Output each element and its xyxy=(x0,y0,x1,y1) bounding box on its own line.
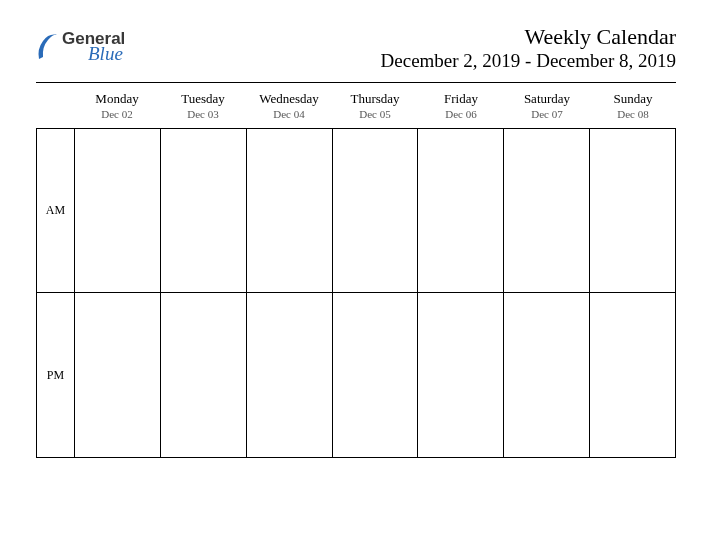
cells-grid xyxy=(74,128,676,458)
day-name: Saturday xyxy=(504,91,590,107)
day-name: Friday xyxy=(418,91,504,107)
pm-row xyxy=(74,293,676,458)
day-headers-row: Monday Dec 02 Tuesday Dec 03 Wednesday D… xyxy=(36,83,676,128)
cell-am-tue xyxy=(160,128,246,293)
calendar-grid: AM PM xyxy=(36,128,676,458)
day-head-tue: Tuesday Dec 03 xyxy=(160,91,246,120)
day-head-sun: Sunday Dec 08 xyxy=(590,91,676,120)
cell-am-thu xyxy=(332,128,418,293)
day-head-thu: Thursday Dec 05 xyxy=(332,91,418,120)
brand-logo: General Blue xyxy=(36,24,125,63)
day-name: Tuesday xyxy=(160,91,246,107)
header-row: General Blue Weekly Calendar December 2,… xyxy=(36,24,676,72)
day-date: Dec 02 xyxy=(74,108,160,120)
cell-am-fri xyxy=(417,128,503,293)
calendar: Monday Dec 02 Tuesday Dec 03 Wednesday D… xyxy=(36,83,676,458)
day-name: Sunday xyxy=(590,91,676,107)
day-date: Dec 07 xyxy=(504,108,590,120)
cell-pm-tue xyxy=(160,293,246,458)
day-date: Dec 03 xyxy=(160,108,246,120)
page-title: Weekly Calendar xyxy=(381,24,676,50)
day-name: Wednesday xyxy=(246,91,332,107)
cell-pm-thu xyxy=(332,293,418,458)
period-labels: AM PM xyxy=(36,128,74,458)
day-name: Thursday xyxy=(332,91,418,107)
brand-word-blue: Blue xyxy=(88,44,125,63)
header-spacer xyxy=(36,91,74,120)
day-name: Monday xyxy=(74,91,160,107)
cell-pm-wed xyxy=(246,293,332,458)
day-date: Dec 05 xyxy=(332,108,418,120)
am-row xyxy=(74,128,676,293)
day-head-sat: Saturday Dec 07 xyxy=(504,91,590,120)
period-label-am: AM xyxy=(36,128,74,293)
title-block: Weekly Calendar December 2, 2019 - Decem… xyxy=(381,24,676,72)
day-date: Dec 08 xyxy=(590,108,676,120)
cell-am-sun xyxy=(589,128,676,293)
cell-am-mon xyxy=(74,128,160,293)
day-date: Dec 06 xyxy=(418,108,504,120)
date-range: December 2, 2019 - December 8, 2019 xyxy=(381,50,676,72)
cell-am-sat xyxy=(503,128,589,293)
cell-pm-sat xyxy=(503,293,589,458)
day-head-wed: Wednesday Dec 04 xyxy=(246,91,332,120)
day-head-mon: Monday Dec 02 xyxy=(74,91,160,120)
brand-text: General Blue xyxy=(62,30,125,63)
day-date: Dec 04 xyxy=(246,108,332,120)
cell-pm-sun xyxy=(589,293,676,458)
cell-am-wed xyxy=(246,128,332,293)
period-label-pm: PM xyxy=(36,293,74,458)
brand-swoosh-icon xyxy=(36,31,58,63)
cell-pm-mon xyxy=(74,293,160,458)
day-head-fri: Friday Dec 06 xyxy=(418,91,504,120)
cell-pm-fri xyxy=(417,293,503,458)
